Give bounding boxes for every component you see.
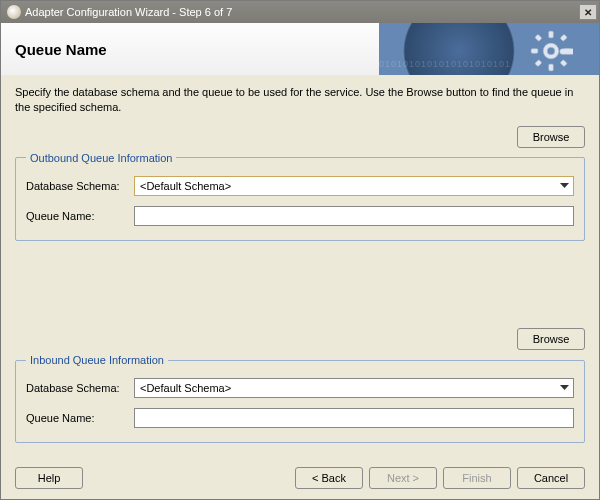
- wizard-window: Adapter Configuration Wizard - Step 6 of…: [0, 0, 600, 500]
- help-button[interactable]: Help: [15, 467, 83, 489]
- inbound-legend: Inbound Queue Information: [26, 354, 168, 366]
- inbound-schema-select[interactable]: <Default Schema>: [134, 378, 574, 398]
- inbound-group: Inbound Queue Information Database Schem…: [15, 354, 585, 443]
- content-area: Specify the database schema and the queu…: [1, 75, 599, 457]
- titlebar: Adapter Configuration Wizard - Step 6 of…: [1, 1, 599, 23]
- svg-rect-3: [549, 64, 553, 71]
- outbound-queue-input[interactable]: [134, 206, 574, 226]
- outbound-legend: Outbound Queue Information: [26, 152, 176, 164]
- footer: Help < Back Next > Finish Cancel: [1, 457, 599, 499]
- svg-rect-6: [535, 34, 542, 41]
- back-button[interactable]: < Back: [295, 467, 363, 489]
- page-title: Queue Name: [15, 41, 107, 58]
- header-decoration: [379, 23, 599, 75]
- svg-rect-4: [531, 49, 538, 53]
- inbound-schema-value: <Default Schema>: [135, 382, 555, 394]
- svg-rect-8: [560, 34, 567, 41]
- outbound-schema-label: Database Schema:: [26, 180, 134, 192]
- close-icon: ✕: [584, 7, 592, 18]
- svg-rect-9: [535, 60, 542, 67]
- wizard-header: Queue Name: [1, 23, 599, 75]
- inbound-queue-input[interactable]: [134, 408, 574, 428]
- svg-marker-12: [560, 385, 569, 390]
- svg-rect-10: [560, 49, 573, 55]
- outbound-schema-select[interactable]: <Default Schema>: [134, 176, 574, 196]
- browse-inbound-button[interactable]: Browse: [517, 328, 585, 350]
- close-button[interactable]: ✕: [579, 4, 597, 20]
- browse-outbound-button[interactable]: Browse: [517, 126, 585, 148]
- chevron-down-icon: [555, 379, 573, 397]
- chevron-down-icon: [555, 177, 573, 195]
- outbound-group: Outbound Queue Information Database Sche…: [15, 152, 585, 241]
- window-title: Adapter Configuration Wizard - Step 6 of…: [25, 6, 579, 18]
- svg-marker-11: [560, 183, 569, 188]
- next-button: Next >: [369, 467, 437, 489]
- inbound-schema-label: Database Schema:: [26, 382, 134, 394]
- instruction-text: Specify the database schema and the queu…: [15, 85, 585, 116]
- cancel-button[interactable]: Cancel: [517, 467, 585, 489]
- gear-icon: [529, 29, 573, 75]
- finish-button: Finish: [443, 467, 511, 489]
- svg-rect-2: [549, 31, 553, 38]
- svg-point-1: [547, 47, 555, 55]
- outbound-queue-label: Queue Name:: [26, 210, 134, 222]
- app-icon: [7, 5, 21, 19]
- outbound-schema-value: <Default Schema>: [135, 180, 555, 192]
- svg-rect-7: [560, 60, 567, 67]
- inbound-queue-label: Queue Name:: [26, 412, 134, 424]
